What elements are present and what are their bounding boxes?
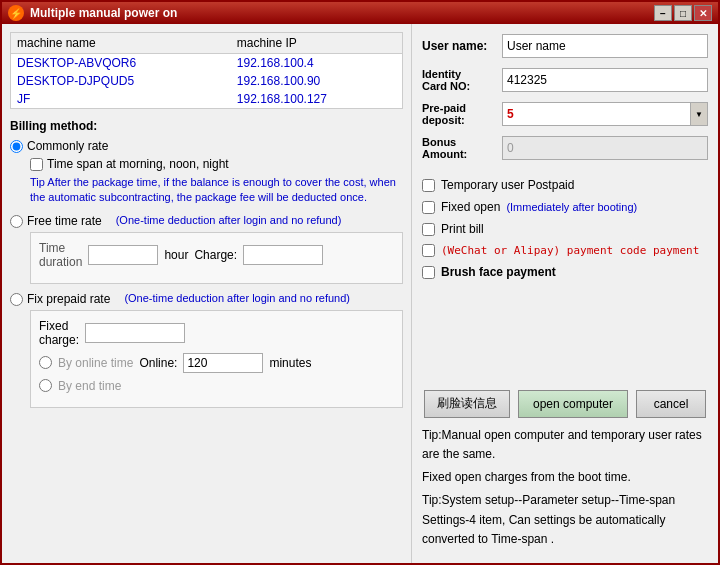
free-time-note: (One-time deduction after login and no r…	[116, 214, 342, 226]
temp-user-postpaid-checkbox[interactable]	[422, 179, 435, 192]
payment-code-row: (WeChat or Alipay) payment code payment	[422, 244, 708, 257]
minimize-button[interactable]: −	[654, 5, 672, 21]
prepaid-select: ▼	[502, 102, 708, 126]
tip-text: Tip After the package time, if the balan…	[30, 175, 403, 206]
print-bill-row: Print bill	[422, 222, 708, 236]
table-row[interactable]: JF 192.168.100.127	[11, 90, 402, 108]
title-controls: − □ ✕	[654, 5, 712, 21]
user-name-label: User name:	[422, 39, 502, 53]
time-duration-input[interactable]	[88, 245, 158, 265]
fix-prepaid-rate-item: Fix prepaid rate (One-time deduction aft…	[10, 292, 403, 306]
open-computer-container: open computer	[518, 390, 628, 418]
identity-input[interactable]	[502, 68, 708, 92]
maximize-button[interactable]: □	[674, 5, 692, 21]
col-machine-name: machine name	[11, 33, 231, 54]
machine-name-cell: DESKTOP-DJPQUD5	[11, 72, 231, 90]
window-icon: ⚡	[8, 5, 24, 21]
online-label: Online:	[139, 356, 177, 370]
fix-prepaid-rate-radio[interactable]	[10, 293, 23, 306]
commonly-rate-label: Commonly rate	[27, 139, 108, 153]
tips-section: Tip:Manual open computer and temporary u…	[422, 426, 708, 553]
left-panel: machine name machine IP DESKTOP-ABVQOR6 …	[2, 24, 412, 563]
user-name-input[interactable]	[502, 34, 708, 58]
fix-prepaid-sub-panel: Fixedcharge: By online time Online: minu…	[30, 310, 403, 408]
prepaid-label: Pre-paiddeposit:	[422, 102, 502, 126]
fixed-open-row: Fixed open (Immediately after booting)	[422, 200, 708, 214]
bonus-display: 0	[502, 136, 708, 160]
free-time-rate-item: Free time rate (One-time deduction after…	[10, 214, 403, 228]
identity-label: IdentityCard NO:	[422, 68, 502, 92]
print-bill-checkbox[interactable]	[422, 223, 435, 236]
fixed-charge-label: Fixedcharge:	[39, 319, 79, 347]
online-time-row: By online time Online: minutes	[39, 353, 394, 373]
close-button[interactable]: ✕	[694, 5, 712, 21]
fix-prepaid-note: (One-time deduction after login and no r…	[124, 292, 350, 304]
col-machine-ip: machine IP	[231, 33, 402, 54]
commonly-rate-radio[interactable]	[10, 140, 23, 153]
tip-line-1: Tip:Manual open computer and temporary u…	[422, 426, 708, 464]
billing-section: Billing method: Commonly rate Time span …	[10, 119, 403, 408]
open-computer-label: open computer	[533, 397, 613, 411]
by-end-time-radio[interactable]	[39, 379, 52, 392]
free-time-rate-radio[interactable]	[10, 215, 23, 228]
time-duration-label: Timeduration	[39, 241, 82, 269]
tip-line-2: Fixed open charges from the boot time.	[422, 468, 708, 487]
prepaid-dropdown-btn[interactable]: ▼	[690, 102, 708, 126]
checkboxes-section: Temporary user Postpaid Fixed open (Imme…	[422, 178, 708, 382]
free-time-rate-group: Free time rate (One-time deduction after…	[10, 214, 403, 284]
window-title: Multiple manual power on	[30, 6, 654, 20]
machine-name-cell: JF	[11, 90, 231, 108]
time-span-checkbox[interactable]	[30, 158, 43, 171]
charge-input[interactable]	[243, 245, 323, 265]
table-row[interactable]: DESKTOP-ABVQOR6 192.168.100.4	[11, 54, 402, 73]
payment-code-checkbox[interactable]	[422, 244, 435, 257]
fixed-charge-row: Fixedcharge:	[39, 319, 394, 347]
free-time-rate-label: Free time rate	[27, 214, 102, 228]
online-minutes-input[interactable]	[183, 353, 263, 373]
temp-user-postpaid-label: Temporary user Postpaid	[441, 178, 574, 192]
fix-prepaid-rate-label: Fix prepaid rate	[27, 292, 110, 306]
fixed-open-note: (Immediately after booting)	[506, 201, 637, 213]
fixed-charge-input[interactable]	[85, 323, 185, 343]
main-window: ⚡ Multiple manual power on − □ ✕ machine…	[0, 0, 720, 565]
brush-face-label: Brush face payment	[441, 265, 556, 279]
title-bar: ⚡ Multiple manual power on − □ ✕	[2, 2, 718, 24]
machine-name-cell: DESKTOP-ABVQOR6	[11, 54, 231, 73]
charge-label: Charge:	[194, 248, 237, 262]
user-name-group: User name:	[422, 34, 708, 58]
cancel-button[interactable]: cancel	[636, 390, 706, 418]
brush-face-row: Brush face payment	[422, 265, 708, 279]
minutes-label: minutes	[269, 356, 311, 370]
action-buttons: 刷脸读信息 open computer cancel	[422, 390, 708, 418]
by-end-time-row: By end time	[39, 379, 394, 393]
time-span-label: Time span at morning, noon, night	[47, 157, 229, 171]
right-panel: User name: IdentityCard NO: Pre-paiddepo…	[412, 24, 718, 563]
print-bill-label: Print bill	[441, 222, 484, 236]
machine-ip-cell: 192.168.100.90	[231, 72, 402, 90]
prepaid-input[interactable]	[502, 102, 690, 126]
fixed-open-checkbox[interactable]	[422, 201, 435, 214]
brush-face-button[interactable]: 刷脸读信息	[424, 390, 510, 418]
fix-prepaid-rate-group: Fix prepaid rate (One-time deduction aft…	[10, 292, 403, 408]
fixed-open-label: Fixed open	[441, 200, 500, 214]
machine-table: machine name machine IP DESKTOP-ABVQOR6 …	[10, 32, 403, 109]
hour-label: hour	[164, 248, 188, 262]
brush-face-checkbox[interactable]	[422, 266, 435, 279]
open-computer-button[interactable]: open computer	[518, 390, 628, 418]
table-row[interactable]: DESKTOP-DJPQUD5 192.168.100.90	[11, 72, 402, 90]
commonly-rate-item: Commonly rate	[10, 139, 403, 153]
payment-code-label: (WeChat or Alipay) payment code payment	[441, 244, 699, 257]
identity-card-group: IdentityCard NO:	[422, 68, 708, 92]
machine-ip-cell: 192.168.100.127	[231, 90, 402, 108]
free-time-sub-panel: Timeduration hour Charge:	[30, 232, 403, 284]
billing-title: Billing method:	[10, 119, 403, 133]
by-online-time-radio[interactable]	[39, 356, 52, 369]
bonus-group: BonusAmount: 0	[422, 136, 708, 160]
time-duration-row: Timeduration hour Charge:	[39, 241, 394, 269]
commonly-rate-group: Commonly rate Time span at morning, noon…	[10, 139, 403, 206]
bonus-label: BonusAmount:	[422, 136, 502, 160]
temp-user-postpaid-row: Temporary user Postpaid	[422, 178, 708, 192]
tip-line-3: Tip:System setup--Parameter setup--Time-…	[422, 491, 708, 549]
time-span-item: Time span at morning, noon, night	[30, 157, 403, 171]
prepaid-group: Pre-paiddeposit: ▼	[422, 102, 708, 126]
